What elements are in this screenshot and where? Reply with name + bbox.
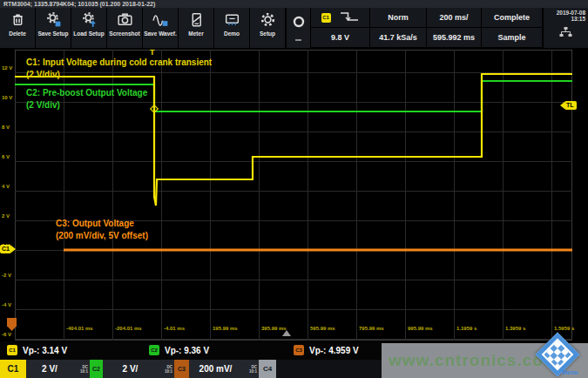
c3-measure-badge: C3 [294,345,304,355]
c2-annotation-line1: C2: Pre-boost Output Voltage [26,87,147,98]
c2-annotation-line2: (2 V/div) [26,99,60,111]
c3-annotation-line2: (200 mV/div, 5V offset) [56,230,148,241]
c2-scale: 2 V/ [103,364,158,374]
c2-measure-value: Vp-: 9.36 V [165,346,209,355]
c2-channel-badge[interactable]: C2 [90,360,103,378]
oscilloscope-screen: RTM3004; 1335.8794K04; 101035 (01.200 20… [0,0,588,378]
c1-measure-badge: C1 [7,345,17,355]
c3-measure-value: Vp-: 4.959 V [309,346,359,355]
c1-annotation-line1: C1: Input Voltage during cold crank tran… [26,57,212,68]
c3-scale: 200 mV/ [189,364,242,374]
c1-scale: 2 V/ [26,364,73,374]
c2-channel-settings[interactable]: 2 V/ DC 10:1 [103,360,174,378]
watermark-text: www.cntronics.com [389,351,559,370]
c3-channel-badge[interactable]: C3 [174,360,189,378]
menu-button[interactable]: Menu [562,369,578,375]
c1-measure-value: Vp-: 3.14 V [23,346,67,355]
c1-annotation-line2: (2 V/div) [26,69,60,80]
c3-channel-settings[interactable]: 200 mV/ DC 10:1 [189,360,259,378]
c1-coupling: DC 10:1 [73,365,90,374]
c3-annotation-line1: C3: Output Voltage [56,218,134,229]
measurement-c1[interactable]: C1 Vp-: 3.14 V [7,345,67,355]
c4-channel-badge[interactable]: C4 [259,360,276,378]
measurement-c3[interactable]: C3 Vp-: 4.959 V [294,345,359,355]
c3-coupling: DC 10:1 [242,365,259,374]
c1-channel-badge[interactable]: C1 [0,360,26,378]
c2-coupling: DC 10:1 [158,365,174,374]
measurement-c2[interactable]: C2 Vp-: 9.36 V [149,345,209,355]
c2-measure-badge: C2 [149,345,159,355]
c1-channel-settings[interactable]: 2 V/ DC 10:1 [26,360,90,378]
